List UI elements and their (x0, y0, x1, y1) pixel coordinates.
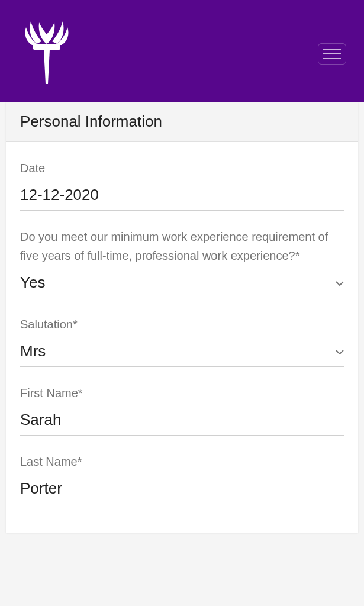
field-salutation: Salutation* Mrs (20, 315, 344, 367)
hamburger-line-icon (323, 53, 341, 54)
first-name-input[interactable] (20, 411, 344, 429)
svg-marker-1 (44, 50, 50, 84)
date-input[interactable] (20, 186, 344, 204)
date-input-row[interactable] (20, 186, 344, 211)
hamburger-line-icon (323, 58, 341, 59)
field-date: Date (20, 159, 344, 211)
field-experience: Do you meet our minimum work experience … (20, 227, 344, 298)
field-last-name: Last Name* (20, 452, 344, 504)
last-name-input[interactable] (20, 479, 344, 498)
section-header: Personal Information (6, 102, 358, 142)
experience-value: Yes (20, 273, 330, 292)
chevron-down-icon (336, 346, 344, 357)
menu-button[interactable] (318, 43, 346, 65)
experience-label: Do you meet our minimum work experience … (20, 227, 344, 265)
form-body: Date Do you meet our minimum work experi… (6, 142, 358, 533)
hamburger-line-icon (323, 49, 341, 50)
last-name-input-row[interactable] (20, 479, 344, 504)
experience-select[interactable]: Yes (20, 273, 344, 298)
last-name-label: Last Name* (20, 452, 344, 471)
salutation-value: Mrs (20, 342, 330, 360)
first-name-input-row[interactable] (20, 411, 344, 436)
svg-rect-0 (33, 44, 60, 50)
chevron-down-icon (336, 278, 344, 288)
date-label: Date (20, 159, 344, 178)
salutation-select[interactable]: Mrs (20, 342, 344, 367)
salutation-label: Salutation* (20, 315, 344, 334)
field-first-name: First Name* (20, 383, 344, 436)
first-name-label: First Name* (20, 383, 344, 402)
form-card: Personal Information Date Do you meet ou… (6, 102, 358, 533)
app-header (0, 0, 364, 102)
torch-logo-icon (24, 14, 70, 88)
section-title: Personal Information (20, 112, 344, 131)
